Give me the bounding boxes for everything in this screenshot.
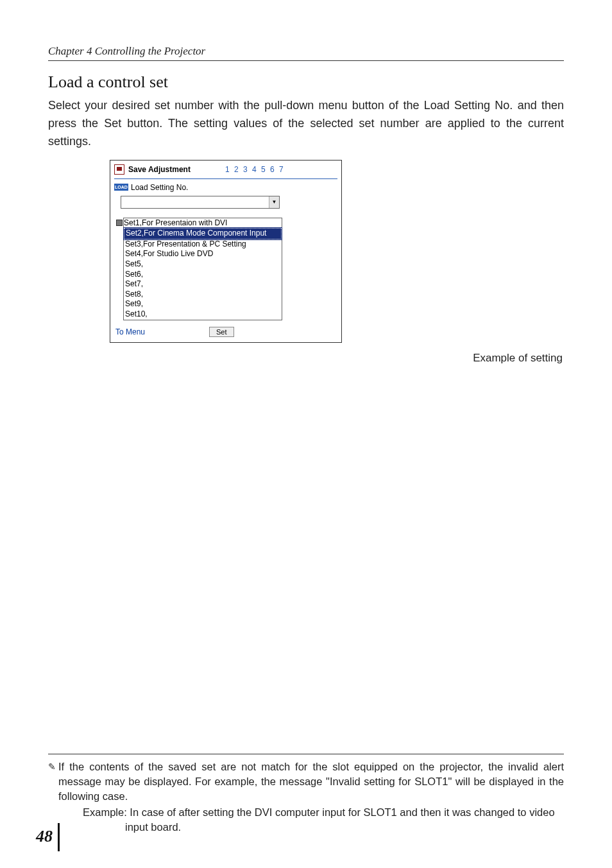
footnote-text: If the contents of the saved set are not… — [58, 759, 564, 804]
dropdown-option[interactable]: Set4,For Studio Live DVD — [124, 249, 282, 259]
save-adjustment-row: Save Adjustment 1 2 3 4 5 6 7 — [114, 164, 337, 177]
pencil-icon: ✎ — [48, 761, 56, 804]
chapter-header: Chapter 4 Controlling the Projector — [48, 45, 564, 61]
dropdown-option[interactable]: Set10, — [124, 309, 282, 320]
dropdown-option[interactable]: Set8, — [124, 290, 282, 300]
load-setting-label: Load Setting No. — [131, 183, 188, 192]
save-icon — [114, 164, 124, 175]
dropdown-input[interactable] — [121, 196, 269, 208]
dropdown-option[interactable]: Set1,For Presentaion with DVI — [115, 218, 282, 229]
screenshot-panel: Save Adjustment 1 2 3 4 5 6 7 LOAD Load … — [110, 160, 342, 343]
bottom-controls: To Menu Set — [114, 327, 337, 337]
divider — [114, 178, 337, 179]
dropdown-option-selected[interactable]: Set2,For Cinema Mode Component Input — [124, 228, 282, 239]
set-button[interactable]: Set — [209, 327, 234, 337]
section-title: Load a control set — [48, 73, 564, 92]
screenshot-caption: Example of setting — [48, 352, 563, 365]
footnote-example: Example: In case of after setting the DV… — [103, 805, 564, 835]
chevron-down-icon[interactable]: ▼ — [269, 196, 279, 208]
load-setting-row: LOAD Load Setting No. — [114, 183, 337, 192]
dropdown-option[interactable]: Set5, — [124, 259, 282, 270]
footer-rule — [48, 754, 564, 754]
option-label: Set1,For Presentaion with DVI — [124, 218, 227, 229]
dropdown-option[interactable]: Set9, — [124, 299, 282, 309]
dropdown-option[interactable]: Set6, — [124, 270, 282, 280]
section-body: Select your desired set number with the … — [48, 97, 564, 151]
dropdown-option[interactable]: Set7, — [124, 279, 282, 290]
save-label: Save Adjustment — [128, 165, 191, 174]
dropdown-option[interactable]: Set3,For Presentation & PC Setting — [124, 239, 282, 250]
dropdown-list: Set1,For Presentaion with DVI Set2,For C… — [123, 218, 282, 320]
load-setting-dropdown[interactable]: ▼ — [121, 196, 280, 209]
load-icon: LOAD — [114, 184, 128, 191]
page-number-links[interactable]: 1 2 3 4 5 6 7 — [225, 165, 285, 174]
footer-area: ✎ If the contents of the saved set are n… — [48, 754, 564, 835]
footnote-block: ✎ If the contents of the saved set are n… — [48, 759, 564, 835]
dropdown-container: ▼ Set1,For Presentaion with DVI Set2,For… — [121, 196, 280, 320]
page-number: 48 — [36, 823, 60, 851]
to-menu-link[interactable]: To Menu — [115, 327, 145, 336]
option-icon — [116, 220, 123, 226]
